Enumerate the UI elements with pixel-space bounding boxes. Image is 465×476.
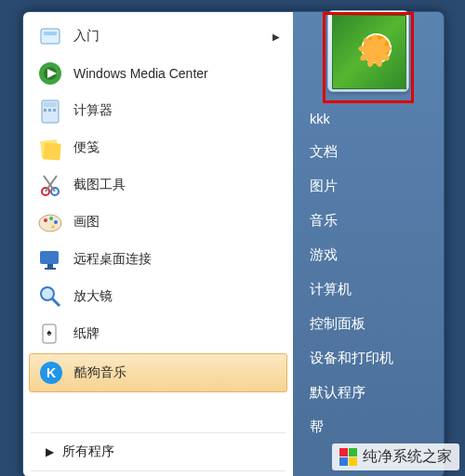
program-list: 入门 ▶ Windows Media Center 计算器 便笺 [23, 18, 293, 430]
svg-rect-8 [48, 109, 51, 112]
svg-rect-6 [44, 102, 57, 107]
svg-rect-22 [47, 264, 53, 268]
svg-rect-7 [44, 109, 46, 112]
remote-desktop-icon [36, 245, 64, 273]
svg-point-17 [44, 218, 47, 222]
submenu-arrow-icon: ▶ [272, 32, 280, 42]
solitaire-icon: ♠ [36, 320, 64, 348]
svg-rect-21 [40, 251, 59, 264]
all-programs-arrow-icon: ▶ [36, 445, 62, 458]
kugou-icon: K [37, 359, 65, 387]
sticky-notes-icon [36, 134, 64, 162]
all-programs[interactable]: ▶ 所有程序 [23, 435, 293, 469]
magnifier-icon [36, 283, 64, 311]
program-label: 酷狗音乐 [74, 364, 126, 381]
svg-point-20 [51, 225, 55, 229]
all-programs-label: 所有程序 [62, 443, 114, 460]
paint-icon [36, 208, 64, 236]
right-item-control-panel[interactable]: 控制面板 [293, 307, 444, 341]
svg-rect-9 [53, 109, 56, 112]
svg-point-19 [54, 220, 58, 224]
right-item-devices[interactable]: 设备和打印机 [293, 341, 444, 376]
program-label: 远程桌面连接 [73, 251, 152, 268]
right-item-default-programs[interactable]: 默认程序 [293, 376, 444, 410]
snipping-tool-icon [36, 171, 64, 199]
svg-rect-0 [41, 29, 60, 44]
program-label: 画图 [73, 214, 100, 231]
divider [31, 432, 286, 433]
right-item-music[interactable]: 音乐 [293, 204, 444, 238]
svg-rect-23 [45, 268, 56, 270]
right-item-games[interactable]: 游戏 [293, 238, 444, 272]
program-label: 放大镜 [73, 288, 113, 305]
svg-line-25 [52, 298, 60, 306]
program-remote-desktop[interactable]: 远程桌面连接 [23, 241, 293, 278]
start-menu-left: 入门 ▶ Windows Media Center 计算器 便笺 [23, 12, 293, 476]
program-snipping-tool[interactable]: 截图工具 [23, 166, 293, 204]
program-label: 入门 [73, 28, 100, 45]
program-wmc[interactable]: Windows Media Center [23, 55, 293, 92]
svg-point-18 [49, 217, 53, 220]
svg-rect-1 [44, 32, 57, 35]
program-label: 截图工具 [73, 177, 126, 193]
watermark-text: 纯净系统之家 [363, 447, 452, 467]
program-getting-started[interactable]: 入门 ▶ [23, 18, 293, 55]
watermark: 纯净系统之家 [332, 443, 459, 470]
watermark-logo-icon [339, 448, 357, 466]
program-magnifier[interactable]: 放大镜 [23, 278, 293, 315]
start-menu: 入门 ▶ Windows Media Center 计算器 便笺 [22, 11, 445, 476]
avatar-flower-icon [332, 15, 406, 89]
wmc-icon [36, 60, 64, 87]
divider [31, 470, 286, 471]
right-item-help[interactable]: 帮 [293, 410, 444, 444]
program-label: Windows Media Center [73, 66, 208, 81]
svg-point-24 [41, 287, 54, 300]
program-kugou[interactable]: K 酷狗音乐 [29, 353, 287, 392]
program-paint[interactable]: 画图 [23, 204, 293, 241]
getting-started-icon [36, 22, 64, 50]
svg-text:K: K [46, 365, 56, 380]
right-item-computer[interactable]: 计算机 [293, 272, 444, 307]
calculator-icon [36, 97, 64, 125]
right-username[interactable]: kkk [293, 103, 444, 135]
svg-text:♠: ♠ [46, 327, 52, 337]
program-solitaire[interactable]: ♠ 纸牌 [23, 315, 293, 352]
start-menu-right: kkk 文档 图片 音乐 游戏 计算机 控制面板 设备和打印机 默认程序 帮 [293, 12, 444, 476]
program-label: 计算器 [73, 102, 113, 119]
program-label: 纸牌 [73, 325, 100, 342]
svg-rect-11 [43, 142, 60, 160]
program-label: 便笺 [73, 139, 100, 156]
program-calculator[interactable]: 计算器 [23, 92, 293, 129]
right-item-pictures[interactable]: 图片 [293, 169, 444, 204]
right-item-documents[interactable]: 文档 [293, 135, 444, 169]
user-avatar[interactable] [327, 10, 409, 92]
program-sticky-notes[interactable]: 便笺 [23, 129, 293, 166]
